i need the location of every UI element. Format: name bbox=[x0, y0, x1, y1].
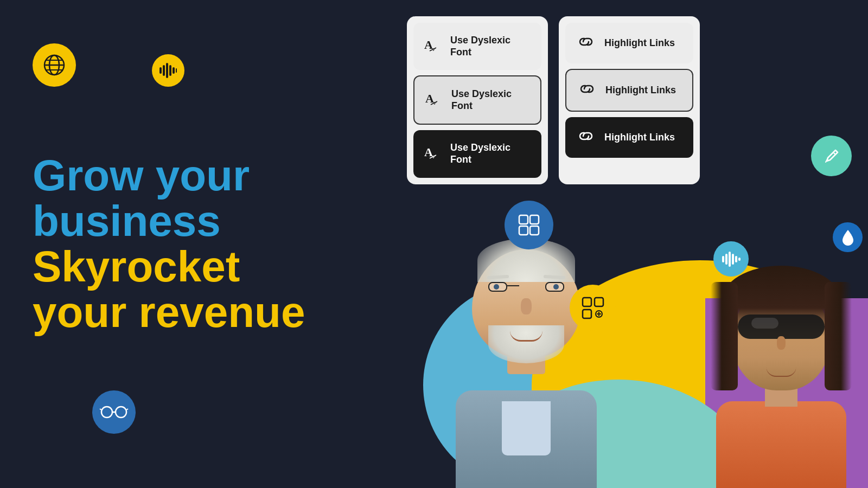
old-man-photo-container bbox=[423, 239, 629, 488]
audio-wave-icon-mid bbox=[722, 252, 741, 267]
highlight-links-card-dark[interactable]: Highlight Links bbox=[565, 117, 693, 158]
svg-point-37 bbox=[101, 407, 112, 418]
woman-jacket bbox=[716, 401, 846, 488]
drop-icon bbox=[840, 229, 856, 246]
dyslexic-font-card-medium[interactable]: A ᵥ Use Dyslexic Font bbox=[413, 75, 541, 125]
highlight-links-label-1: Highlight Links bbox=[604, 37, 675, 49]
old-man-shirt bbox=[502, 401, 551, 455]
svg-rect-34 bbox=[732, 254, 734, 265]
dyslexic-font-icon-1: A ᵥ bbox=[424, 36, 442, 57]
headline-line2: business bbox=[33, 198, 369, 244]
old-man-head bbox=[472, 249, 580, 358]
old-man-eye-left bbox=[494, 284, 499, 290]
highlight-links-label-3: Highlight Links bbox=[604, 132, 675, 144]
svg-rect-31 bbox=[722, 256, 724, 262]
audio-badge-mid bbox=[713, 241, 749, 277]
woman-hair-left bbox=[711, 282, 738, 390]
svg-line-20 bbox=[833, 152, 835, 155]
highlight-links-icon-1 bbox=[576, 35, 596, 52]
svg-rect-36 bbox=[738, 258, 741, 261]
headline-line4: your revenue bbox=[33, 290, 369, 335]
cards-container: A ᵥ Use Dyslexic Font A ᵥ Use Dyslexic F bbox=[407, 16, 700, 184]
svg-point-38 bbox=[116, 407, 126, 418]
widget-icon-yellow bbox=[580, 296, 605, 320]
svg-rect-21 bbox=[519, 215, 528, 224]
dyslexic-font-label-2: Use Dyslexic Font bbox=[451, 88, 529, 112]
headline: Grow your business Skyrocket your revenu… bbox=[33, 153, 369, 335]
widget-icon-blue bbox=[516, 212, 542, 238]
dyslexic-font-label-3: Use Dyslexic Font bbox=[450, 142, 531, 165]
dyslexic-font-card-dark[interactable]: A ᵥ Use Dyslexic Font bbox=[413, 130, 541, 177]
sunglasses-shine bbox=[751, 318, 778, 329]
svg-rect-23 bbox=[519, 226, 528, 235]
svg-rect-8 bbox=[169, 65, 171, 76]
glasses-icon bbox=[100, 404, 128, 420]
woman-head bbox=[732, 282, 830, 390]
woman-sunglasses bbox=[738, 314, 825, 339]
woman-nose bbox=[777, 336, 786, 350]
dyslexic-font-icon-3: A ᵥ bbox=[424, 143, 442, 164]
dyslexic-font-column: A ᵥ Use Dyslexic Font A ᵥ Use Dyslexic F bbox=[407, 16, 548, 184]
highlight-links-card-light[interactable]: Highlight Links bbox=[565, 23, 693, 63]
highlight-links-card-medium[interactable]: Highlight Links bbox=[565, 69, 693, 112]
globe-icon bbox=[41, 52, 68, 79]
audio-badge-top bbox=[152, 54, 184, 87]
svg-rect-6 bbox=[163, 65, 165, 76]
highlight-links-label-2: Highlight Links bbox=[605, 85, 676, 97]
woman-photo-container bbox=[694, 260, 868, 488]
woman-hair-right bbox=[825, 282, 852, 390]
woman-smile bbox=[767, 367, 796, 377]
headline-line3: Skyrocket bbox=[33, 244, 369, 290]
highlight-links-icon-2 bbox=[577, 82, 597, 99]
dyslexic-font-card-light[interactable]: A ᵥ Use Dyslexic Font bbox=[413, 23, 541, 70]
svg-rect-25 bbox=[583, 298, 591, 306]
svg-rect-32 bbox=[725, 254, 727, 265]
svg-rect-9 bbox=[173, 67, 175, 74]
right-section: A ᵥ Use Dyslexic Font A ᵥ Use Dyslexic F bbox=[380, 0, 868, 488]
glasses-badge bbox=[92, 390, 136, 434]
eyedropper-badge bbox=[811, 136, 852, 176]
svg-rect-10 bbox=[176, 68, 177, 73]
left-section: Grow your business Skyrocket your revenu… bbox=[33, 0, 369, 488]
svg-rect-27 bbox=[583, 310, 591, 318]
svg-rect-7 bbox=[166, 63, 168, 78]
svg-rect-33 bbox=[729, 252, 731, 267]
svg-rect-35 bbox=[735, 256, 737, 262]
dyslexic-font-label-1: Use Dyslexic Font bbox=[450, 35, 531, 58]
old-man-eye-right bbox=[553, 284, 559, 290]
eyedropper-icon bbox=[821, 146, 842, 166]
widget-badge-blue bbox=[505, 201, 553, 249]
globe-badge bbox=[33, 43, 76, 87]
highlight-links-icon-3 bbox=[576, 129, 596, 146]
highlight-links-column: Highlight Links Highlight Links bbox=[559, 16, 700, 184]
svg-rect-24 bbox=[530, 226, 539, 235]
svg-rect-22 bbox=[530, 215, 539, 224]
widget-badge-yellow bbox=[570, 285, 616, 331]
old-man-nose bbox=[521, 298, 532, 314]
svg-rect-5 bbox=[159, 67, 162, 74]
svg-line-41 bbox=[126, 409, 128, 410]
svg-rect-26 bbox=[595, 298, 603, 306]
svg-line-40 bbox=[100, 409, 101, 410]
drop-badge bbox=[833, 222, 863, 252]
audio-wave-icon-top bbox=[159, 63, 177, 78]
old-man-glasses-bridge bbox=[507, 285, 519, 286]
headline-line1: Grow your bbox=[33, 153, 369, 198]
dyslexic-font-icon-2: A ᵥ bbox=[425, 89, 443, 111]
